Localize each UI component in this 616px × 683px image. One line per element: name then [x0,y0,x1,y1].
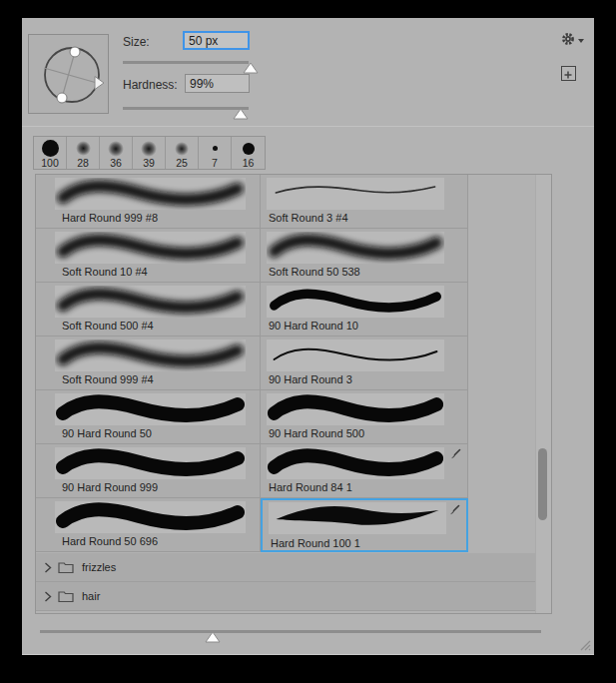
soft-dot-icon [175,142,189,156]
brush-stroke-preview [267,340,444,371]
brush-stroke-preview [55,178,246,210]
brush-row: 90 Hard Round 50 90 Hard Round 500 [36,390,468,444]
brush-item-soft-round-50-538[interactable]: Soft Round 50 538 [261,229,468,283]
hardness-label: Hardness: [123,78,178,92]
brush-item-90-hard-round-500[interactable]: 90 Hard Round 500 [261,390,468,444]
brush-row: Soft Round 500 #4 90 Hard Round 10 [36,283,468,337]
size-input[interactable] [183,31,250,50]
brush-stroke-preview [267,232,444,264]
brush-stroke-preview [55,501,246,533]
brush-tip-icon [449,448,461,460]
recent-brush-7[interactable]: 7 [199,137,232,169]
brush-tip-icon [448,504,460,516]
brush-row: Hard Round 50 696 Hard Round 100 1 [36,498,468,552]
recent-brush-39[interactable]: 39 [133,137,166,169]
vertical-scrollbar-track[interactable] [535,175,551,613]
hardness-slider[interactable] [123,106,249,122]
brush-stroke-preview [267,178,444,210]
brush-row: Soft Round 10 #4 Soft Round 50 538 [36,229,468,283]
plus-icon [562,69,574,81]
hard-dot-icon [243,143,255,155]
gear-icon [560,31,576,47]
recent-brush-16[interactable]: 16 [232,137,265,169]
brush-stroke-preview [269,502,446,534]
brush-item-hard-round-50-696[interactable]: Hard Round 50 696 [36,498,261,552]
soft-dot-icon [76,141,91,156]
brush-row: 90 Hard Round 999 Hard Round 84 1 [36,444,468,498]
folder-icon [58,561,74,574]
create-new-brush-button[interactable] [561,66,576,81]
size-slider-track [123,61,249,64]
brush-settings-panel: Size: Hardness: [22,18,594,655]
brush-stroke-preview [55,447,246,479]
brush-angle-roundness-control[interactable] [28,34,109,114]
hardness-input[interactable] [185,74,250,93]
size-slider-thumb[interactable] [243,62,259,74]
menu-caret-icon [578,39,584,43]
chevron-right-icon[interactable] [44,562,52,573]
hard-dot-icon [213,146,218,151]
screen: Size: Hardness: [0,0,616,683]
brush-stroke-preview [267,447,444,479]
brush-item-hard-round-84-1[interactable]: Hard Round 84 1 [261,444,468,498]
header-divider [22,126,594,127]
vertical-scrollbar-thumb[interactable] [538,448,547,520]
hardness-slider-thumb[interactable] [233,108,249,120]
soft-dot-icon [141,141,157,157]
hard-dot-icon [42,140,59,157]
resize-grip[interactable] [576,636,592,652]
brush-item-90-hard-round-50[interactable]: 90 Hard Round 50 [36,390,261,444]
brush-item-soft-round-500-4[interactable]: Soft Round 500 #4 [36,283,261,337]
hardness-slider-track [123,107,249,110]
brush-row: Soft Round 999 #4 90 Hard Round 3 [36,337,468,390]
brush-item-90-hard-round-3[interactable]: 90 Hard Round 3 [261,337,468,390]
folder-icon [58,590,74,603]
brush-stroke-preview [267,286,444,318]
soft-dot-icon [108,141,124,157]
size-label: Size: [123,35,150,49]
brush-item-soft-round-3-4[interactable]: Soft Round 3 #4 [261,175,468,229]
panel-menu-button[interactable] [560,31,586,49]
recent-brush-36[interactable]: 36 [100,137,133,169]
recent-brushes-strip: 100 28 36 39 25 7 [33,136,266,170]
brush-stroke-preview [55,232,246,264]
recent-brush-25[interactable]: 25 [166,137,199,169]
brush-angle-icon [29,35,108,113]
brush-list: Hard Round 999 #8 Soft Round 3 #4 Soft R… [35,174,552,614]
preview-size-slider-thumb[interactable] [205,631,221,643]
brush-item-soft-round-10-4[interactable]: Soft Round 10 #4 [36,229,261,283]
folder-row-hair[interactable]: hair [36,582,535,611]
brush-stroke-preview [55,340,246,371]
preview-size-slider[interactable] [40,629,541,645]
recent-brush-100[interactable]: 100 [34,137,67,169]
recent-brush-28[interactable]: 28 [67,137,100,169]
brush-row: Hard Round 999 #8 Soft Round 3 #4 [36,175,468,229]
brush-item-90-hard-round-999[interactable]: 90 Hard Round 999 [36,444,261,498]
brush-stroke-preview [55,393,246,425]
brush-item-hard-round-100-1-selected[interactable]: Hard Round 100 1 [261,498,468,552]
folder-row-frizzles[interactable]: frizzles [36,553,535,582]
brush-item-hard-round-999-8[interactable]: Hard Round 999 #8 [36,175,261,229]
brush-item-90-hard-round-10[interactable]: 90 Hard Round 10 [261,283,468,337]
brush-item-soft-round-999-4[interactable]: Soft Round 999 #4 [36,337,261,390]
chevron-right-icon[interactable] [44,591,52,602]
preview-size-slider-track [40,630,541,633]
brush-stroke-preview [267,393,444,425]
brush-stroke-preview [55,286,246,318]
